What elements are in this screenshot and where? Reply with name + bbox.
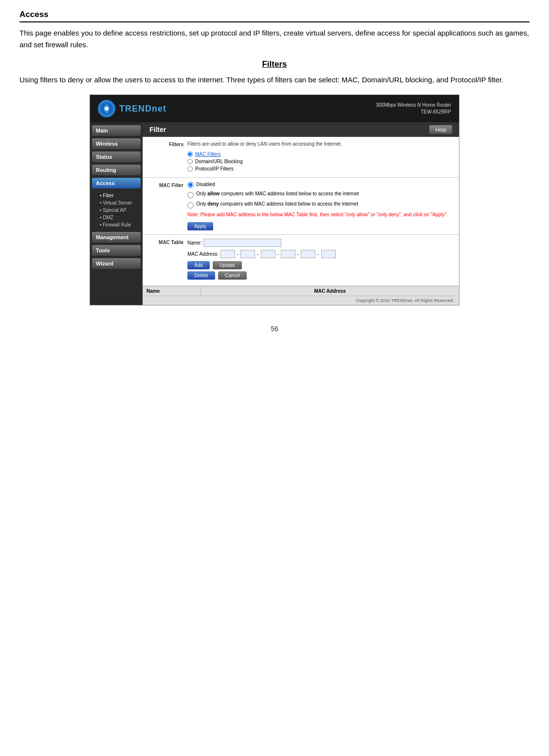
- mac-oct4[interactable]: [281, 250, 295, 258]
- delete-button[interactable]: Delete: [187, 271, 215, 280]
- form-area: Filters Filters are used to allow or den…: [143, 137, 459, 296]
- mac-table-fields: Name: MAC Address: - - -: [187, 239, 454, 282]
- router-body: Main Wireless Status Routing Access • Fi…: [90, 122, 459, 305]
- btn-row-2: Delete Cancel: [187, 271, 454, 280]
- mac-radio-disabled[interactable]: [187, 182, 194, 188]
- mac-filter-label: MAC Filter: [147, 182, 187, 188]
- mac-disabled-label: Disabled: [196, 182, 215, 187]
- mac-radio-allow[interactable]: [187, 192, 194, 198]
- content-header: Filter Help: [143, 122, 459, 137]
- col-mac: MAC Address: [201, 286, 459, 296]
- mac-note: Note: Please add MAC address in the belo…: [187, 211, 454, 218]
- mac-address-row: MAC Address: - - - - -: [187, 250, 454, 258]
- sidebar-item-routing[interactable]: Routing: [92, 165, 141, 175]
- mac-oct6[interactable]: [321, 250, 336, 258]
- mac-sep1: -: [237, 251, 238, 257]
- page-wrapper: Access This page enables you to define a…: [19, 10, 530, 333]
- mac-oct2[interactable]: [240, 250, 255, 258]
- main-content: Filter Help Filters Filters are used to …: [143, 122, 459, 305]
- mac-oct3[interactable]: [261, 250, 275, 258]
- sidebar-sub-firewall-rule[interactable]: • Firewall Rule: [98, 221, 141, 228]
- filter-option-protocol: Protocol/IP Filters: [187, 166, 454, 171]
- protocol-filters-label: Protocol/IP Filters: [195, 166, 234, 171]
- mac-option-deny: Only deny computers with MAC address lis…: [187, 201, 454, 208]
- mac-table-label: MAC Table: [147, 239, 187, 245]
- domain-blocking-label: Domain/URL Blocking: [195, 159, 242, 164]
- sidebar-sub-filter[interactable]: • Filter: [98, 192, 141, 199]
- mac-deny-label: Only deny computers with MAC address lis…: [196, 201, 358, 207]
- filter-radio-mac[interactable]: [187, 151, 193, 157]
- page-title: Access: [19, 10, 530, 22]
- name-input[interactable]: [203, 239, 281, 247]
- filters-fields: Filters are used to allow or deny LAN us…: [187, 141, 454, 173]
- filter-desc: Using filters to deny or allow the users…: [19, 74, 530, 86]
- mac-sep4: -: [297, 251, 299, 257]
- update-button[interactable]: Update: [213, 261, 242, 269]
- filter-option-domain: Domain/URL Blocking: [187, 159, 454, 164]
- col-name: Name: [143, 286, 201, 296]
- filter-radio-domain[interactable]: [187, 159, 193, 164]
- table-header: Name MAC Address: [143, 286, 459, 296]
- logo-text: TRENDnet: [119, 104, 166, 114]
- sidebar-sub-virtual-server[interactable]: • Virtual Server: [98, 199, 141, 207]
- btn-row-1: Add Update: [187, 261, 454, 269]
- svg-point-1: [105, 107, 109, 111]
- mac-radio-deny[interactable]: [187, 202, 194, 208]
- filter-option-mac: MAC Filters: [187, 151, 454, 157]
- mac-sep3: -: [277, 251, 279, 257]
- sidebar-item-wizard[interactable]: Wizard: [92, 258, 141, 269]
- filter-radio-protocol[interactable]: [187, 166, 193, 171]
- cancel-button[interactable]: Cancel: [218, 271, 247, 280]
- add-button[interactable]: Add: [187, 261, 210, 269]
- sidebar-sub-special-ap[interactable]: • Special AP: [98, 207, 141, 214]
- mac-table-row-form: MAC Table Name: MAC Address: -: [143, 235, 459, 286]
- router-footer: Copyright © 2010 TRENDnet. All Rights Re…: [143, 296, 459, 305]
- sidebar-item-status[interactable]: Status: [92, 151, 141, 162]
- mac-option-allow: Only allow computers with MAC address li…: [187, 191, 454, 198]
- sidebar-item-wireless[interactable]: Wireless: [92, 138, 141, 149]
- sidebar-sub-menu: • Filter • Virtual Server • Special AP •…: [92, 192, 141, 228]
- mac-address-label: MAC Address:: [187, 251, 219, 257]
- name-label: Name:: [187, 240, 201, 246]
- filters-row: Filters Filters are used to allow or den…: [143, 137, 459, 178]
- mac-filter-fields: Disabled Only allow computers with MAC a…: [187, 182, 454, 230]
- router-ui: TRENDnet 300Mbps Wireless N Home Router …: [90, 94, 459, 305]
- mac-oct1[interactable]: [220, 250, 235, 258]
- page-footer: 56: [19, 325, 530, 333]
- section-title: Filters: [19, 59, 530, 69]
- sidebar-sub-dmz[interactable]: • DMZ: [98, 214, 141, 221]
- sidebar-item-tools[interactable]: Tools: [92, 245, 141, 256]
- router-model: 300Mbps Wireless N Home Router TEW-652BR…: [376, 102, 452, 115]
- logo-icon: [98, 100, 115, 117]
- name-row: Name:: [187, 239, 454, 247]
- filters-label: Filters: [147, 141, 187, 147]
- mac-option-disabled: Disabled: [187, 182, 454, 188]
- mac-sep2: -: [257, 251, 258, 257]
- router-header: TRENDnet 300Mbps Wireless N Home Router …: [90, 95, 459, 122]
- sidebar: Main Wireless Status Routing Access • Fi…: [90, 122, 143, 305]
- help-button[interactable]: Help: [429, 125, 452, 134]
- intro-text: This page enables you to define access r…: [19, 27, 530, 51]
- router-logo: TRENDnet: [98, 100, 166, 117]
- mac-filter-row: MAC Filter Disabled Only allow computers…: [143, 178, 459, 235]
- sidebar-item-management[interactable]: Management: [92, 232, 141, 243]
- sidebar-item-main[interactable]: Main: [92, 125, 141, 136]
- sidebar-item-access[interactable]: Access: [92, 178, 141, 189]
- apply-button[interactable]: Apply: [187, 222, 213, 230]
- mac-oct5[interactable]: [301, 250, 315, 258]
- mac-filters-link[interactable]: MAC Filters: [195, 151, 220, 157]
- content-title: Filter: [149, 126, 166, 133]
- mac-sep5: -: [317, 251, 319, 257]
- mac-allow-label: Only allow computers with MAC address li…: [196, 191, 359, 196]
- filter-info: Filters are used to allow or deny LAN us…: [187, 141, 454, 148]
